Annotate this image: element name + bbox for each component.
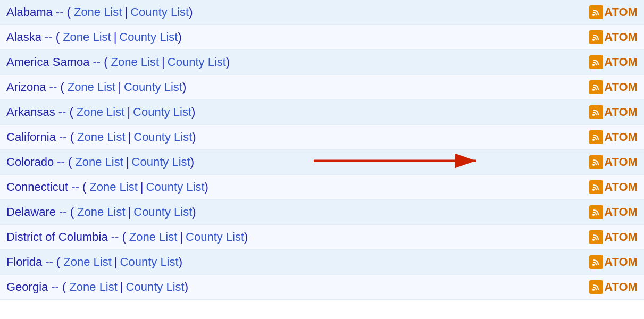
zone-list-link[interactable]: Zone List [69,280,118,294]
county-list-link[interactable]: County List [126,280,185,294]
svg-point-21 [592,239,595,241]
pipe-separator: | [114,255,118,269]
separator-text: -- ( [51,280,66,294]
county-list-link[interactable]: County List [119,30,178,44]
pipe-separator: | [118,80,121,94]
svg-point-17 [592,189,595,191]
row-content: Arizona -- (Zone List | County List) [6,80,589,94]
pipe-separator: | [114,30,117,44]
row-content: Alaska -- (Zone List | County List) [6,30,589,44]
rss-icon [589,180,603,194]
separator-text: -- ( [57,155,72,169]
zone-list-link[interactable]: Zone List [89,180,138,194]
row-content: Colorado -- (Zone List | County List) [6,155,589,169]
atom-badge[interactable]: ATOM [589,205,638,219]
close-paren: ) [226,55,230,69]
state-name-link[interactable]: Georgia [6,280,48,294]
separator-text: -- ( [45,255,60,269]
separator-text: -- ( [49,80,64,94]
state-name-link[interactable]: Florida [6,255,42,269]
close-paren: ) [189,5,193,19]
county-list-link[interactable]: County List [124,80,182,94]
zone-list-link[interactable]: Zone List [74,5,122,19]
row-content: America Samoa -- (Zone List | County Lis… [6,55,589,69]
atom-label: ATOM [604,205,638,219]
row-content: Georgia -- (Zone List | County List) [6,280,589,294]
state-name-link[interactable]: Alaska [6,30,41,44]
county-list-link[interactable]: County List [168,55,226,69]
rss-icon [589,280,603,294]
atom-badge[interactable]: ATOM [589,55,638,69]
pipe-separator: | [120,280,123,294]
state-name-link[interactable]: Connecticut [6,180,68,194]
state-name-link[interactable]: Arizona [6,80,46,94]
zone-list-link[interactable]: Zone List [63,30,111,44]
pipe-separator: | [180,230,183,244]
svg-point-3 [592,39,595,41]
list-row: Colorado -- (Zone List | County List) AT… [0,150,644,175]
pipe-separator: | [140,180,144,194]
list-row: Alaska -- (Zone List | County List) ATOM [0,25,644,50]
rss-icon [589,155,603,169]
county-list-link[interactable]: County List [133,205,192,219]
county-list-link[interactable]: County List [132,155,190,169]
county-list-link[interactable]: County List [120,255,179,269]
zone-list-link[interactable]: Zone List [129,230,178,244]
atom-label: ATOM [604,105,638,119]
list-row: Arkansas -- (Zone List | County List) AT… [0,100,644,125]
state-name-link[interactable]: America Samoa [6,55,90,69]
separator-text: -- ( [71,180,86,194]
county-list-link[interactable]: County List [186,230,244,244]
list-row: America Samoa -- (Zone List | County Lis… [0,50,644,75]
state-name-link[interactable]: Delaware [6,205,56,219]
state-name-link[interactable]: District of Columbia [6,230,108,244]
rss-icon [589,255,603,269]
county-list-link[interactable]: County List [130,5,189,19]
close-paren: ) [205,180,208,194]
close-paren: ) [190,155,194,169]
atom-badge[interactable]: ATOM [589,30,638,44]
atom-label: ATOM [604,55,638,69]
zone-list-link[interactable]: Zone List [75,155,123,169]
zone-list-link[interactable]: Zone List [68,80,116,94]
close-paren: ) [192,130,196,144]
separator-text: -- ( [59,205,74,219]
rss-icon [589,230,603,244]
atom-badge[interactable]: ATOM [589,130,638,144]
county-list-link[interactable]: County List [146,180,205,194]
atom-badge[interactable]: ATOM [589,180,638,194]
zone-list-link[interactable]: Zone List [77,105,125,119]
zone-list-link[interactable]: Zone List [77,205,126,219]
rss-icon [589,130,603,144]
atom-label: ATOM [604,255,638,269]
close-paren: ) [191,105,195,119]
svg-point-23 [592,264,595,266]
pipe-separator: | [128,205,131,219]
zone-list-link[interactable]: Zone List [111,55,160,69]
rss-icon [589,30,603,44]
state-name-link[interactable]: California [6,130,56,144]
atom-badge[interactable]: ATOM [589,155,638,169]
atom-label: ATOM [604,5,638,19]
state-name-link[interactable]: Alabama [6,5,53,19]
atom-badge[interactable]: ATOM [589,105,638,119]
atom-badge[interactable]: ATOM [589,230,638,244]
zone-list-link[interactable]: Zone List [63,255,112,269]
atom-badge[interactable]: ATOM [589,80,638,94]
close-paren: ) [192,205,196,219]
svg-point-15 [592,164,595,166]
atom-badge[interactable]: ATOM [589,255,638,269]
atom-badge[interactable]: ATOM [589,5,638,19]
state-name-link[interactable]: Arkansas [6,105,55,119]
atom-label: ATOM [604,30,638,44]
state-name-link[interactable]: Colorado [6,155,54,169]
zone-list-link[interactable]: Zone List [77,130,126,144]
county-list-link[interactable]: County List [133,105,191,119]
pipe-separator: | [162,55,165,69]
svg-point-9 [592,114,595,116]
atom-badge[interactable]: ATOM [589,280,638,294]
atom-label: ATOM [604,130,638,144]
county-list-link[interactable]: County List [133,130,192,144]
atom-label: ATOM [604,155,638,169]
svg-point-25 [592,289,595,291]
